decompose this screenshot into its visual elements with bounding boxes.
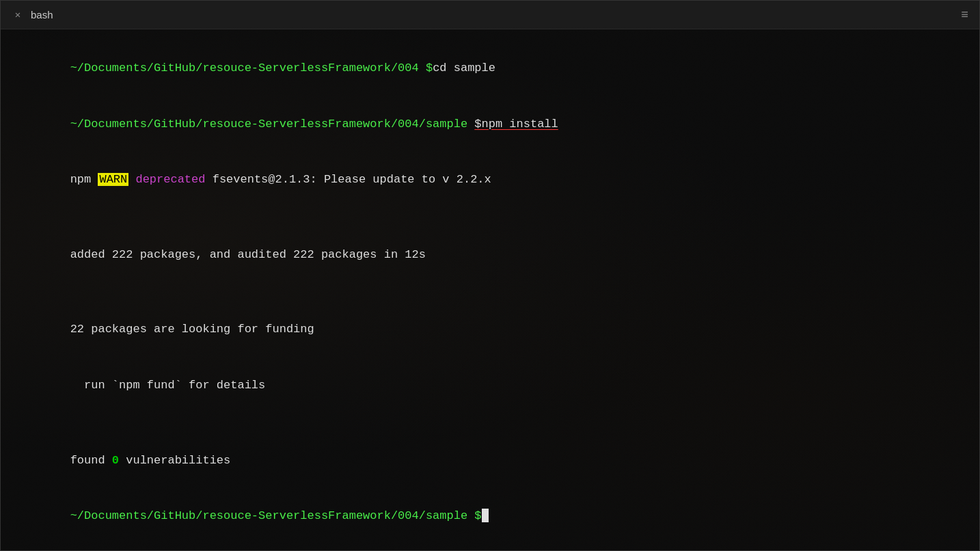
terminal-line-3: npm WARN deprecated fsevents@2.1.3: Plea… xyxy=(14,152,966,208)
command-2: $npm install xyxy=(474,118,558,131)
added-packages-text: added 222 packages, and audited 222 pack… xyxy=(70,248,426,261)
terminal-line-2: ~/Documents/GitHub/resouce-ServerlessFra… xyxy=(14,96,966,152)
terminal-content: ~/Documents/GitHub/resouce-ServerlessFra… xyxy=(14,40,966,544)
warn-badge: WARN xyxy=(98,173,128,186)
terminal-line-5: added 222 packages, and audited 222 pack… xyxy=(14,227,966,283)
warn-message: fsevents@2.1.3: Please update to v 2.2.x xyxy=(205,173,491,186)
npm-text: npm xyxy=(70,173,98,186)
title-bar: ✕ bash ≡ xyxy=(1,1,979,29)
funding-text: 22 packages are looking for funding xyxy=(70,323,314,336)
cursor xyxy=(482,509,489,522)
prompt-2: ~/Documents/GitHub/resouce-ServerlessFra… xyxy=(70,118,475,131)
fund-details-text: run `npm fund` for details xyxy=(70,379,266,392)
final-prompt: ~/Documents/GitHub/resouce-ServerlessFra… xyxy=(70,509,482,522)
gap-1 xyxy=(14,208,966,227)
terminal-window: ✕ bash ≡ ~/Documents/GitHub/resouce-Serv… xyxy=(0,0,980,551)
command-1: cd sample xyxy=(433,62,495,75)
close-button[interactable]: ✕ xyxy=(12,9,24,21)
terminal-line-10: found 0 vulnerabilities xyxy=(14,432,966,488)
deprecated-text: deprecated xyxy=(135,173,205,186)
vuln-count: 0 xyxy=(112,454,119,467)
terminal-body[interactable]: ~/Documents/GitHub/resouce-ServerlessFra… xyxy=(1,29,979,550)
found-text: found xyxy=(70,454,112,467)
prompt-1: ~/Documents/GitHub/resouce-ServerlessFra… xyxy=(70,62,433,75)
warn-space xyxy=(128,173,135,186)
terminal-line-8: run `npm fund` for details xyxy=(14,358,966,414)
menu-button[interactable]: ≡ xyxy=(961,8,968,22)
close-icon: ✕ xyxy=(15,9,21,21)
gap-2 xyxy=(14,282,966,301)
title-bar-left: ✕ bash xyxy=(12,9,53,21)
terminal-line-11: ~/Documents/GitHub/resouce-ServerlessFra… xyxy=(14,488,966,544)
menu-icon: ≡ xyxy=(961,8,968,22)
vuln-text: vulnerabilities xyxy=(119,454,230,467)
gap-3 xyxy=(14,413,966,432)
terminal-line-7: 22 packages are looking for funding xyxy=(14,301,966,358)
terminal-line-1: ~/Documents/GitHub/resouce-ServerlessFra… xyxy=(14,40,966,96)
window-title: bash xyxy=(31,9,53,21)
